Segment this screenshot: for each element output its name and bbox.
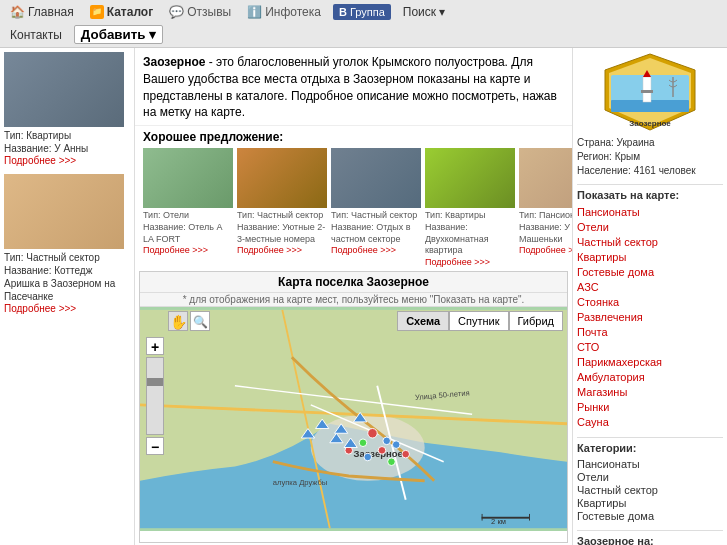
description-text: - это благословенный уголок Крымского по…: [143, 55, 557, 119]
sidebar-img-1: [4, 52, 124, 127]
sidebar-item-2: Тип: Частный сектор Название: Коттедж Ар…: [4, 174, 130, 314]
nav-dobavit-button[interactable]: Добавить ▾: [74, 25, 163, 44]
map-magnify-tool[interactable]: 🔍: [190, 311, 210, 331]
offer-caption-1: Тип: Отели Название: Отель A LA FORT: [143, 210, 233, 245]
divider-2: [577, 437, 723, 438]
sidebar-more-2[interactable]: Подробнее >>>: [4, 303, 130, 314]
nav-home[interactable]: 🏠 Главная: [6, 3, 78, 21]
brand-name: Заозерное: [143, 55, 205, 69]
header: 🏠 Главная 📁 Каталог 💬 Отзывы ℹ️ Инфотека…: [0, 0, 727, 48]
vk-icon: В: [339, 6, 347, 18]
map-link-sauna[interactable]: Сауна: [577, 415, 723, 429]
sidebar-item-1: Тип: Квартиры Название: У Анны Подробнее…: [4, 52, 130, 166]
zaozernoe-on-title: Заозерное на:: [577, 535, 723, 545]
map-svg: Улица 50-летия Заозерное: [140, 307, 567, 531]
map-title: Карта поселка Заозерное: [140, 272, 567, 293]
show-on-map-title: Показать на карте:: [577, 189, 723, 201]
sidebar-name-1: Название: У Анны: [4, 143, 88, 154]
divider-1: [577, 184, 723, 185]
nav-kontakty[interactable]: Контакты: [6, 26, 66, 44]
map-link-rynki[interactable]: Рынки: [577, 400, 723, 414]
map-link-pensionaty[interactable]: Пансионаты: [577, 205, 723, 219]
map-link-chastniy[interactable]: Частный сектор: [577, 235, 723, 249]
divider-3: [577, 530, 723, 531]
region-country: Страна: Украина: [577, 136, 723, 150]
nav-katalog[interactable]: 📁 Каталог: [86, 3, 158, 21]
svg-text:2 км: 2 км: [491, 517, 506, 526]
offer-caption-3: Тип: Частный сектор Название: Отдых в ча…: [331, 210, 421, 245]
map-link-ambulatoriya[interactable]: Амбулатория: [577, 370, 723, 384]
region-region: Регион: Крым: [577, 150, 723, 164]
map-links-list: Пансионаты Отели Частный сектор Квартиры…: [577, 205, 723, 429]
good-offer-section: Хорошее предложение: Тип: Отели Название…: [135, 126, 572, 271]
map-link-azs[interactable]: АЗС: [577, 280, 723, 294]
map-hand-tool[interactable]: ✋: [168, 311, 188, 331]
offer-more-4[interactable]: Подробнее >>>: [425, 257, 515, 267]
sidebar-caption-2: Тип: Частный сектор Название: Коттедж Ар…: [4, 251, 130, 303]
nav-gruppa[interactable]: В Группа: [333, 4, 391, 20]
sidebar-name-2: Название: Коттедж Аришка в Заозерном на …: [4, 265, 115, 302]
svg-rect-26: [482, 514, 483, 521]
nav-infoteka[interactable]: ℹ️ Инфотека: [243, 3, 325, 21]
region-logo-container: Заозерное: [595, 52, 705, 132]
katalog-icon: 📁: [90, 5, 104, 19]
nav-otzyvy[interactable]: 💬 Отзывы: [165, 3, 235, 21]
offer-img-3: [331, 148, 421, 208]
map-btn-gibrid[interactable]: Гибрид: [509, 311, 563, 331]
map-zoom-bar: [146, 357, 164, 435]
nav-poisk[interactable]: Поиск ▾: [399, 3, 450, 21]
categories-title: Категории:: [577, 442, 723, 454]
map-link-sto[interactable]: СТО: [577, 340, 723, 354]
svg-rect-31: [643, 77, 651, 102]
map-link-parikmakherskaya[interactable]: Парикмахерская: [577, 355, 723, 369]
sidebar-caption-1: Тип: Квартиры Название: У Анны: [4, 129, 130, 155]
svg-rect-33: [641, 90, 653, 93]
sidebar-img-2: [4, 174, 124, 249]
offers-row: Тип: Отели Название: Отель A LA FORT Под…: [143, 148, 564, 267]
cat-links-list: Пансионаты Отели Частный сектор Квартиры…: [577, 458, 723, 522]
svg-point-21: [388, 458, 396, 466]
sidebar-type-2: Тип: Частный сектор: [4, 252, 100, 263]
cat-chastniy: Частный сектор: [577, 484, 723, 496]
svg-text:алупка Дружбы: алупка Дружбы: [273, 478, 327, 487]
svg-point-15: [359, 439, 367, 447]
good-offer-title: Хорошее предложение:: [143, 130, 564, 144]
offer-more-3[interactable]: Подробнее >>>: [331, 245, 421, 255]
map-link-oteli[interactable]: Отели: [577, 220, 723, 234]
sidebar-more-1[interactable]: Подробнее >>>: [4, 155, 130, 166]
offer-caption-5: Тип: Пансионаты Название: У Машеньки: [519, 210, 572, 245]
map-link-razvlecheniya[interactable]: Развлечения: [577, 310, 723, 324]
map-link-magaziny[interactable]: Магазины: [577, 385, 723, 399]
offer-img-2: [237, 148, 327, 208]
svg-text:Заозерное: Заозерное: [629, 119, 671, 128]
map-link-gostevye[interactable]: Гостевые дома: [577, 265, 723, 279]
offer-more-1[interactable]: Подробнее >>>: [143, 245, 233, 255]
cat-oteli: Отели: [577, 471, 723, 483]
map-btn-schema[interactable]: Схема: [397, 311, 449, 331]
center-content: Заозерное - это благословенный уголок Кр…: [135, 48, 572, 545]
map-zoom-in-button[interactable]: +: [146, 337, 164, 355]
cat-kvartiry: Квартиры: [577, 497, 723, 509]
region-info: Страна: Украина Регион: Крым Население: …: [577, 136, 723, 178]
offer-caption-4: Тип: Квартиры Название: Двухкомнатная кв…: [425, 210, 515, 257]
offer-more-5[interactable]: Подробнее >>>: [519, 245, 572, 255]
right-sidebar: Заозерное Страна: Украина Регион: Крым Н…: [572, 48, 727, 545]
map-container[interactable]: Улица 50-летия Заозерное: [140, 307, 567, 531]
offer-more-2[interactable]: Подробнее >>>: [237, 245, 327, 255]
map-zoom-out-button[interactable]: −: [146, 437, 164, 455]
map-link-pochta[interactable]: Почта: [577, 325, 723, 339]
map-link-stoyanka[interactable]: Стоянка: [577, 295, 723, 309]
offer-item-2: Тип: Частный сектор Название: Уютные 2-3…: [237, 148, 327, 267]
offer-img-4: [425, 148, 515, 208]
svg-point-16: [378, 446, 386, 454]
map-link-kvartiry[interactable]: Квартиры: [577, 250, 723, 264]
sidebar-type-1: Тип: Квартиры: [4, 130, 71, 141]
map-zoom-handle[interactable]: [147, 378, 163, 386]
offer-item-4: Тип: Квартиры Название: Двухкомнатная кв…: [425, 148, 515, 267]
svg-point-19: [364, 453, 372, 461]
offer-caption-2: Тип: Частный сектор Название: Уютные 2-3…: [237, 210, 327, 245]
svg-point-20: [402, 450, 410, 458]
map-btn-sputnik[interactable]: Спутник: [449, 311, 508, 331]
region-shield-logo: Заозерное: [595, 52, 705, 132]
left-sidebar: Тип: Квартиры Название: У Анны Подробнее…: [0, 48, 135, 545]
